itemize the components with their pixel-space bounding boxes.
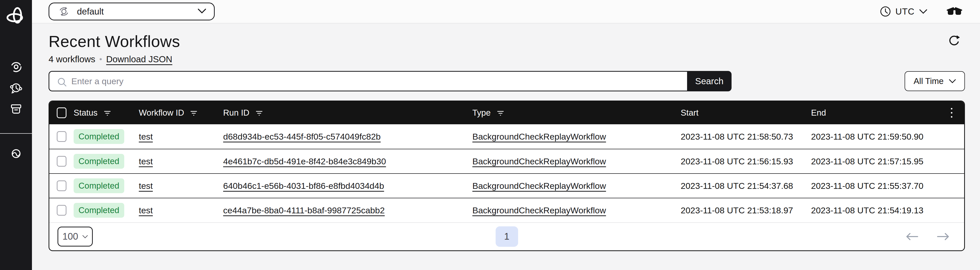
workflow-type-link[interactable]: BackgroundCheckReplayWorkflow [473,132,606,142]
workflow-type-link[interactable]: BackgroundCheckReplayWorkflow [473,156,606,166]
status-badge: Completed [74,129,124,144]
table-row: Completed test 640b46c1-e56b-4031-bf86-e… [49,173,964,198]
workflows-table: Status Workflow ID Run ID [49,101,965,251]
arrow-left-icon[interactable] [905,232,919,241]
topbar: default UTC [32,0,980,24]
archive-icon[interactable] [8,101,24,117]
workflow-type-link[interactable]: BackgroundCheckReplayWorkflow [473,181,606,191]
arrow-right-icon[interactable] [937,232,950,241]
page-title: Recent Workflows [49,32,965,51]
search-input[interactable] [49,76,687,87]
column-header-status: Status [74,108,98,118]
start-time: 2023-11-08 UTC 21:53:18.97 [681,205,793,215]
kebab-menu-icon[interactable] [939,107,964,118]
filter-icon[interactable] [255,109,263,117]
current-page-indicator[interactable]: 1 [496,226,518,247]
chevron-down-icon [949,79,956,84]
status-badge: Completed [74,203,124,218]
column-header-workflow-id: Workflow ID [139,108,184,118]
workflow-id-link[interactable]: test [139,132,153,142]
table-row: Completed test 4e461b7c-db5d-491e-8f42-b… [49,149,964,173]
run-id-link[interactable]: 4e461b7c-db5d-491e-8f42-b84e3c849b30 [223,156,386,166]
filter-icon[interactable] [103,109,111,117]
timezone-label: UTC [896,6,915,17]
time-filter-label: All Time [913,76,943,86]
download-json-link[interactable]: Download JSON [106,54,172,64]
run-id-link[interactable]: ce44a7be-8ba0-4111-b8af-9987725cabb2 [223,205,385,215]
namespace-select[interactable]: default [49,3,215,21]
schedules-icon[interactable] [8,80,24,96]
workflow-count: 4 workflows [49,54,95,64]
table-row: Completed test d68d934b-ec53-445f-8f05-c… [49,124,964,149]
end-time: 2023-11-08 UTC 21:59:50.90 [811,132,924,142]
end-time: 2023-11-08 UTC 21:55:37.70 [811,181,924,191]
row-checkbox[interactable] [57,180,67,191]
run-id-link[interactable]: 640b46c1-e56b-4031-bf86-e8fbd4034d4b [223,181,384,191]
status-badge: Completed [74,178,124,193]
page-size-select[interactable]: 100 [57,227,93,246]
row-checkbox[interactable] [57,205,67,216]
timezone-dropdown[interactable] [919,9,928,14]
labs-glasses-icon[interactable] [946,6,963,17]
column-header-start: Start [681,108,698,118]
sidebar-divider [0,133,32,134]
column-header-type: Type [473,108,491,118]
column-header-end: End [811,108,826,118]
temporal-logo[interactable] [5,6,27,28]
end-time: 2023-11-08 UTC 21:54:19.13 [811,205,924,215]
row-checkbox[interactable] [57,156,67,167]
filter-icon[interactable] [496,109,504,117]
table-header-row: Status Workflow ID Run ID [49,101,964,124]
chevron-down-icon [197,8,206,15]
filter-icon[interactable] [190,109,198,117]
run-id-link[interactable]: d68d934b-ec53-445f-8f05-c574049fc82b [223,132,380,142]
namespaces-icon[interactable] [8,145,24,162]
search-group: Search [49,71,732,92]
start-time: 2023-11-08 UTC 21:54:37.68 [681,181,793,191]
table-footer: 100 1 [49,222,964,250]
search-icon [56,77,68,89]
start-time: 2023-11-08 UTC 21:56:15.93 [681,156,793,166]
page-size-value: 100 [62,231,78,242]
workflows-icon[interactable] [8,58,24,74]
workflow-id-link[interactable]: test [139,181,153,191]
end-time: 2023-11-08 UTC 21:57:15.95 [811,156,924,166]
refresh-icon[interactable] [948,34,961,49]
column-header-run-id: Run ID [223,108,250,118]
start-time: 2023-11-08 UTC 21:58:50.73 [681,132,793,142]
search-button[interactable]: Search [687,71,732,92]
sidebar [0,0,32,270]
status-badge: Completed [74,154,124,169]
workflow-id-link[interactable]: test [139,205,153,215]
row-checkbox[interactable] [57,131,67,142]
table-body: Completed test d68d934b-ec53-445f-8f05-c… [49,124,964,222]
select-all-checkbox[interactable] [57,107,67,118]
workflow-type-link[interactable]: BackgroundCheckReplayWorkflow [473,205,606,215]
content: Recent Workflows 4 workflows • Download … [32,24,980,270]
namespace-switcher-icon [57,5,71,18]
meta-separator: • [99,55,102,63]
table-row: Completed test ce44a7be-8ba0-4111-b8af-9… [49,198,964,222]
namespace-label: default [77,6,104,17]
time-filter-dropdown[interactable]: All Time [905,71,965,91]
clock-icon [880,6,891,17]
workflow-id-link[interactable]: test [139,156,153,166]
